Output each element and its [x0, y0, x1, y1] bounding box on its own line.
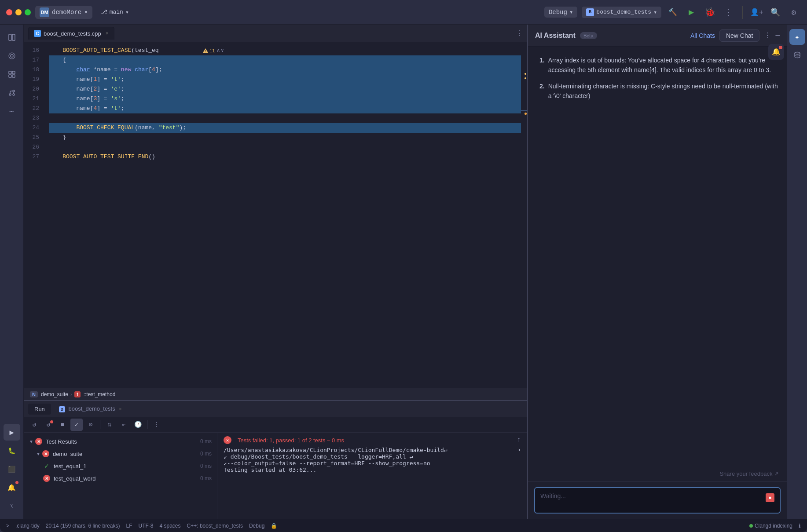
statusbar-cursor-pos[interactable]: 20:14 (159 chars, 6 line breaks) [46, 523, 120, 529]
debug-config-label: Debug [549, 9, 567, 16]
test-summary-text: Tests failed: 1, passed: 1 of 2 tests – … [238, 437, 344, 444]
code-line-22: name[4] = 't'; [49, 104, 521, 113]
sort-button[interactable]: ⇅ [103, 419, 116, 431]
sidebar-item-terminal[interactable]: ⬛ [4, 461, 20, 477]
statusbar-line-ending[interactable]: LF [126, 523, 132, 529]
debug-button[interactable]: 🐞 [703, 5, 717, 19]
notification-bell-button[interactable]: 🔔 [768, 44, 784, 60]
sidebar-item-plugins[interactable] [4, 66, 20, 83]
test-results-label: Test Results [46, 438, 77, 445]
tab-filename: boost_demo_tests.cpp [44, 30, 101, 37]
rerun-failed-button[interactable]: ↺ [42, 419, 55, 431]
sidebar-item-debug[interactable]: 🐛 [4, 442, 20, 459]
editor-tab-boost-demo-tests[interactable]: C boost_demo_tests.cpp × [28, 27, 114, 40]
more-toolbar-button[interactable]: ⋮ [150, 419, 163, 431]
bottom-tab-close[interactable]: × [119, 406, 121, 412]
stop-run-button[interactable]: ■ [56, 419, 69, 431]
test1-status-pass: ✓ [43, 463, 50, 470]
ai-sparkle-button[interactable]: ✦ [789, 29, 805, 45]
statusbar-build-config[interactable]: Debug [249, 523, 264, 529]
ai-stop-button[interactable]: ■ [766, 493, 774, 502]
statusbar-language[interactable]: C++: boost_demo_tests [187, 523, 243, 529]
editor-tabs-more[interactable]: ⋮ [516, 29, 523, 38]
output-path1: /Users/anastasiakazakova/CLionProjects/C… [224, 447, 521, 453]
breadcrumb-func[interactable]: ::test_method [84, 391, 116, 397]
sidebar-item-more[interactable]: ⋯ [4, 103, 20, 120]
add-user-button[interactable]: 👤+ [750, 5, 764, 19]
more-actions-button[interactable]: ⋮ [721, 5, 735, 19]
tab-boost-demo-tests[interactable]: B boost_demo_tests × [53, 403, 128, 415]
expand-icon[interactable]: ∨ [221, 46, 224, 55]
ai-beta-badge: Beta [580, 32, 597, 39]
code-content[interactable]: BOOST_AUTO_TEST_CASE(test_eq ! 11 ∧ ∨ { … [44, 42, 521, 388]
code-editor[interactable]: ● 16 17 18 19 20 21 22 23 24 25 26 27 BO… [24, 42, 527, 388]
svg-rect-5 [12, 71, 15, 74]
history-button[interactable]: 🕐 [132, 419, 144, 431]
new-chat-button[interactable]: New Chat [719, 29, 759, 42]
show-ignored-button[interactable]: ⊘ [84, 419, 97, 431]
build-config-label: Debug [249, 523, 264, 529]
root-chevron[interactable]: ▼ [29, 439, 33, 444]
statusbar-indent[interactable]: 4 spaces [160, 523, 181, 529]
maximize-window-button[interactable] [25, 9, 31, 15]
terminal-prompt-label: > [6, 523, 9, 529]
statusbar-lock[interactable]: 🔒 [271, 523, 277, 529]
ai-header: AI Assistant Beta All Chats New Chat ⋮ — [528, 25, 787, 47]
right-db-icon[interactable] [789, 47, 806, 63]
ai-input-box[interactable]: Waiting... ■ [534, 487, 781, 514]
code-scrollbar[interactable] [521, 42, 527, 388]
rerun-button[interactable]: ↺ [28, 419, 40, 431]
sidebar-item-explorer[interactable] [4, 29, 20, 46]
ai-feedback-link[interactable]: Share your feedback ↗ [528, 466, 787, 481]
branch-selector[interactable]: ⎇ main ▾ [97, 7, 132, 18]
test-equal-word[interactable]: ✕ test_equal_word 0 ms [24, 472, 217, 485]
svg-rect-4 [9, 71, 11, 74]
run-button[interactable]: ▶ [684, 5, 698, 19]
sidebar-item-run[interactable]: ▶ [4, 424, 20, 441]
svg-point-2 [11, 55, 13, 57]
show-passed-button[interactable]: ✓ [70, 419, 83, 431]
search-button[interactable]: 🔍 [768, 5, 782, 19]
all-chats-button[interactable]: All Chats [690, 32, 715, 39]
tab-run[interactable]: Run [28, 404, 51, 415]
statusbar-clang-tidy[interactable]: .clang-tidy [15, 523, 40, 529]
ai-item-1-num: 1. [539, 55, 545, 75]
scroll-warning-marker2 [525, 77, 526, 79]
sidebar-item-vcs[interactable] [4, 47, 20, 64]
ai-more-button[interactable]: ⋮ [764, 31, 771, 40]
test-equal-1[interactable]: ✓ test_equal_1 0 ms [24, 460, 217, 472]
test-tree: ▼ ✕ Test Results 0 ms ▼ ✕ demo_suite 0 m… [24, 433, 217, 519]
warning-icon: ! [161, 42, 209, 65]
run-config-selector[interactable]: B boost_demo_tests ▾ [582, 7, 661, 18]
svg-rect-6 [9, 75, 11, 77]
hammer-build-button[interactable]: 🔨 [666, 5, 680, 19]
statusbar-terminal-prompt[interactable]: > [6, 523, 9, 529]
debug-config-selector[interactable]: Debug ▾ [544, 7, 577, 18]
breadcrumb: N demo_suite › f ::test_method [24, 388, 527, 400]
test-suite-demo[interactable]: ▼ ✕ demo_suite 0 ms [24, 448, 217, 460]
statusbar-clangd[interactable]: Clangd indexing [749, 523, 792, 529]
breadcrumb-namespace[interactable]: demo_suite [41, 391, 68, 397]
suite-status-fail: ✕ [42, 450, 49, 457]
collapse-all-button[interactable]: ⇤ [117, 419, 130, 431]
tab-close-button[interactable]: × [106, 30, 109, 36]
indent-label: 4 spaces [160, 523, 181, 529]
settings-button[interactable]: ⚙ [787, 5, 801, 19]
scroll-up-button[interactable]: ↑ [517, 436, 521, 444]
sidebar-item-git[interactable] [4, 84, 20, 101]
collapse-icon[interactable]: ∧ [217, 46, 220, 55]
ai-minimize-button[interactable]: — [775, 32, 780, 40]
statusbar-info[interactable]: ℹ [799, 523, 801, 529]
sidebar-item-notifications[interactable]: 🔔 [4, 479, 20, 496]
stop-icon: ■ [769, 496, 771, 500]
sidebar-item-git-bottom[interactable]: ⌥ [4, 498, 20, 514]
scroll-right-button[interactable]: › [517, 447, 521, 453]
minimize-window-button[interactable] [15, 9, 22, 15]
test-results-root[interactable]: ▼ ✕ Test Results 0 ms [24, 435, 217, 448]
test2-status-fail: ✕ [43, 475, 50, 482]
project-switcher[interactable]: DM demoMore ▾ [35, 6, 92, 19]
close-window-button[interactable] [6, 9, 12, 15]
scroll-warning-marker [525, 73, 526, 75]
suite-chevron[interactable]: ▼ [36, 452, 40, 456]
statusbar-encoding[interactable]: UTF-8 [139, 523, 154, 529]
